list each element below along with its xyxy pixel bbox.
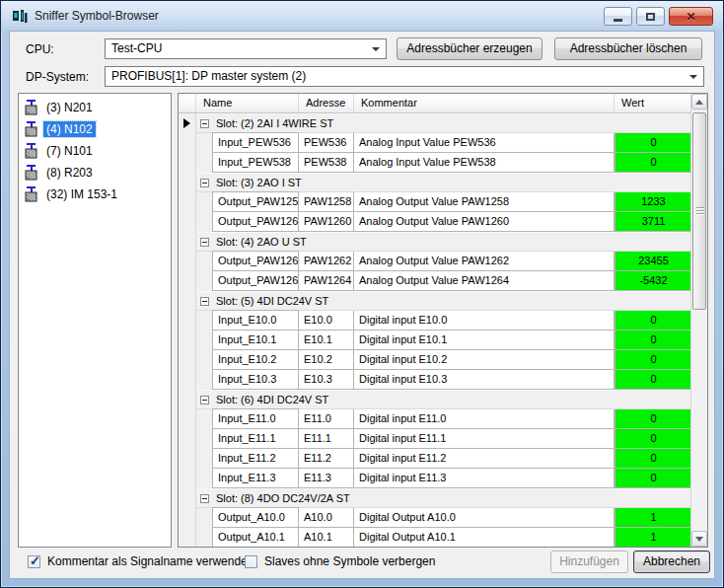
name-cell[interactable]: Input_E10.1 xyxy=(212,330,299,350)
row-selector-cell[interactable] xyxy=(179,528,196,547)
tree-item-8-r203[interactable]: (8) R203 xyxy=(19,162,171,184)
wert-cell[interactable]: 0 xyxy=(615,311,692,331)
table-row[interactable]: Input_E11.2E11.2Digital input E11.20 xyxy=(179,449,692,469)
row-selector-cell[interactable] xyxy=(179,331,196,350)
name-cell[interactable]: Input_E10.2 xyxy=(212,349,299,370)
table-row[interactable]: Input_E10.3E10.3Digital input E10.30 xyxy=(179,370,692,390)
kommentar-cell[interactable]: Digital input E10.2 xyxy=(354,350,615,370)
create-addressbooks-button[interactable]: Adressbücher erzeugen xyxy=(397,37,543,60)
name-cell[interactable]: Output_A10.0 xyxy=(212,507,299,528)
collapse-icon[interactable] xyxy=(200,396,209,404)
adresse-cell[interactable]: E10.1 xyxy=(299,331,354,350)
group-row[interactable]: Slot: (6) 4DI DC24V ST xyxy=(179,390,692,409)
table-row[interactable]: Input_E11.3E11.3Digital input E11.30 xyxy=(179,469,692,488)
table-row[interactable]: Input_E10.0E10.0Digital input E10.00 xyxy=(179,311,692,331)
wert-cell[interactable]: 0 xyxy=(615,153,692,173)
maximize-button[interactable] xyxy=(636,7,665,26)
wert-cell[interactable]: 0 xyxy=(615,350,692,370)
group-band[interactable]: Slot: (3) 2AO I ST xyxy=(196,173,692,192)
wert-cell[interactable]: 23455 xyxy=(615,252,692,271)
kommentar-cell[interactable]: Analog Output Value PAW1262 xyxy=(354,252,615,271)
adresse-cell[interactable]: A10.0 xyxy=(299,508,354,528)
adresse-cell[interactable]: E10.3 xyxy=(299,370,354,390)
title-bar[interactable]: Sniffer Symbol-Browser ✕ xyxy=(1,1,723,31)
name-cell[interactable]: Input_E11.1 xyxy=(212,428,299,449)
kommentar-cell[interactable]: Analog Output Value PAW1258 xyxy=(354,192,615,212)
row-selector-cell[interactable] xyxy=(179,469,196,488)
group-band[interactable]: Slot: (4) 2AO U ST xyxy=(196,232,692,252)
name-cell[interactable]: Input_PEW538 xyxy=(212,152,299,173)
row-selector-cell[interactable] xyxy=(179,133,196,153)
kommentar-cell[interactable]: Digital input E11.0 xyxy=(354,409,615,429)
adresse-cell[interactable]: A10.1 xyxy=(299,528,354,547)
group-row[interactable]: Slot: (8) 4DO DC24V/2A ST xyxy=(179,488,692,508)
wert-cell[interactable]: 0 xyxy=(615,449,692,469)
table-row[interactable]: Input_E10.1E10.1Digital input E10.10 xyxy=(179,331,692,350)
kommentar-cell[interactable]: Digital input E10.1 xyxy=(354,331,615,350)
row-selector-cell[interactable] xyxy=(179,153,196,173)
table-row[interactable]: Input_E11.1E11.1Digital input E11.10 xyxy=(179,429,692,449)
hide-slaves-checkbox[interactable]: Slaves ohne Symbole verbergen xyxy=(245,553,435,569)
wert-cell[interactable]: 1 xyxy=(615,508,692,528)
name-cell[interactable]: Output_PAW1258 xyxy=(212,191,299,212)
adresse-cell[interactable]: PAW1262 xyxy=(299,252,354,271)
signalname-checkbox[interactable]: Kommentar als Signalname verwenden xyxy=(28,553,253,569)
row-selector-cell[interactable] xyxy=(179,390,196,409)
row-selector-cell[interactable] xyxy=(179,113,196,133)
delete-addressbooks-button[interactable]: Adressbücher löschen xyxy=(554,37,702,60)
collapse-icon[interactable] xyxy=(200,238,209,247)
adresse-cell[interactable]: PEW538 xyxy=(299,153,354,173)
kommentar-cell[interactable]: Analog Input Value PEW536 xyxy=(354,133,615,153)
checkbox-checked-icon[interactable] xyxy=(28,555,40,568)
table-row[interactable]: Output_PAW1258PAW1258Analog Output Value… xyxy=(179,192,692,212)
table-row[interactable]: Input_PEW536PEW536Analog Input Value PEW… xyxy=(179,133,692,153)
cancel-button[interactable]: Abbrechen xyxy=(633,551,710,573)
kommentar-cell[interactable]: Digital input E11.1 xyxy=(354,429,615,449)
wert-cell[interactable]: 1 xyxy=(615,528,692,547)
wert-cell[interactable]: 0 xyxy=(615,133,692,153)
adresse-cell[interactable]: PEW536 xyxy=(299,133,354,153)
row-selector-cell[interactable] xyxy=(179,488,196,508)
adresse-cell[interactable]: E11.0 xyxy=(299,409,354,429)
name-cell[interactable]: Output_A10.1 xyxy=(212,527,299,547)
scrollbar-thumb[interactable] xyxy=(692,112,706,310)
close-button[interactable]: ✕ xyxy=(669,7,713,26)
row-selector-cell[interactable] xyxy=(179,232,196,252)
name-cell[interactable]: Input_E11.2 xyxy=(212,448,299,469)
column-header-name[interactable]: Name xyxy=(196,94,299,112)
scrollbar-up-button[interactable] xyxy=(691,94,707,110)
table-row[interactable]: Output_PAW1260PAW1260Analog Output Value… xyxy=(179,212,692,232)
adresse-cell[interactable]: PAW1264 xyxy=(299,271,354,291)
table-row[interactable]: Output_A10.0A10.0Digital Output A10.01 xyxy=(179,508,692,528)
scrollbar-down-button[interactable] xyxy=(691,531,707,547)
row-selector-cell[interactable] xyxy=(179,508,196,528)
wert-cell[interactable]: 0 xyxy=(615,429,692,449)
row-selector-cell[interactable] xyxy=(179,350,196,370)
row-selector-header[interactable] xyxy=(179,94,196,112)
wert-cell[interactable]: 0 xyxy=(615,331,692,350)
checkbox-unchecked-icon[interactable] xyxy=(245,555,257,568)
table-row[interactable]: Output_PAW1262PAW1262Analog Output Value… xyxy=(179,252,692,271)
table-row[interactable]: Output_A10.1A10.1Digital Output A10.11 xyxy=(179,528,692,547)
name-cell[interactable]: Input_E11.3 xyxy=(212,468,299,488)
row-selector-cell[interactable] xyxy=(179,311,196,331)
kommentar-cell[interactable]: Analog Input Value PEW538 xyxy=(354,153,615,173)
kommentar-cell[interactable]: Digital Output A10.0 xyxy=(354,508,615,528)
table-row[interactable]: Input_PEW538PEW538Analog Input Value PEW… xyxy=(179,153,692,173)
adresse-cell[interactable]: E11.1 xyxy=(299,429,354,449)
minimize-button[interactable] xyxy=(604,7,632,26)
kommentar-cell[interactable]: Digital input E10.0 xyxy=(354,311,615,331)
kommentar-cell[interactable]: Digital input E11.2 xyxy=(354,449,615,469)
name-cell[interactable]: Input_E11.0 xyxy=(212,408,299,429)
adresse-cell[interactable]: E10.0 xyxy=(299,311,354,331)
group-band[interactable]: Slot: (5) 4DI DC24V ST xyxy=(196,291,692,311)
name-cell[interactable]: Input_E10.3 xyxy=(212,369,299,390)
row-selector-cell[interactable] xyxy=(179,449,196,469)
row-selector-cell[interactable] xyxy=(179,271,196,291)
device-tree[interactable]: (3) N201(4) N102(7) N101(8) R203(32) IM … xyxy=(18,93,172,548)
name-cell[interactable]: Output_PAW1264 xyxy=(212,270,299,291)
column-header-kommentar[interactable]: Kommentar xyxy=(354,94,615,112)
wert-cell[interactable]: 3711 xyxy=(615,212,692,232)
row-selector-cell[interactable] xyxy=(179,409,196,429)
dp-system-combobox[interactable]: PROFIBUS[1]: DP master system (2) xyxy=(105,66,704,87)
